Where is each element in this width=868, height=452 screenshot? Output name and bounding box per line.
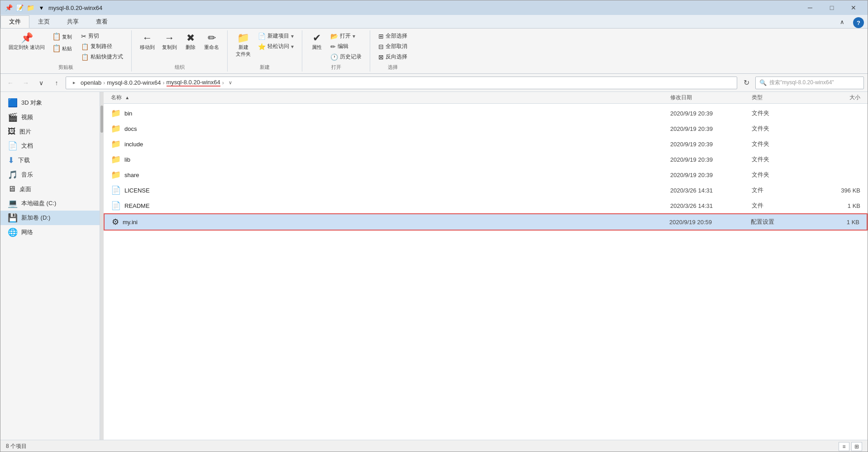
rename-button[interactable]: ✏ 重命名 — [201, 31, 222, 53]
open-icon: 📂 — [330, 33, 338, 40]
copy-path-icon: 📋 — [81, 43, 89, 50]
file-type-share: 文件夹 — [752, 171, 815, 179]
sidebar-scrollbar[interactable] — [100, 92, 104, 440]
sort-arrow-icon: ▲ — [125, 95, 129, 100]
paste-shortcut-label: 粘贴快捷方式 — [91, 53, 123, 61]
sidebar-item-new-volume-d[interactable]: 💾 新加卷 (D:) — [0, 211, 100, 225]
close-button[interactable]: ✕ — [843, 0, 864, 15]
sidebar-item-local-disk-c[interactable]: 💻 本地磁盘 (C:) — [0, 196, 100, 211]
col-header-name[interactable]: 名称 ▲ — [111, 94, 670, 101]
file-size-myini: 1 KB — [814, 219, 859, 226]
maximize-button[interactable]: □ — [821, 0, 842, 15]
back-button[interactable]: ← — [4, 77, 17, 89]
copy-path-button[interactable]: 📋 复制路径 — [78, 42, 126, 51]
open-label: 打开 — [340, 32, 351, 40]
sidebar-item-3d[interactable]: 🟦 3D 对象 — [0, 96, 100, 110]
sidebar-label-network: 网络 — [21, 228, 33, 236]
paste-shortcut-button[interactable]: 📋 粘贴快捷方式 — [78, 52, 126, 62]
col-header-date[interactable]: 修改日期 — [670, 94, 752, 101]
file-row-license[interactable]: 📄 LICENSE 2020/3/26 14:31 文件 396 KB — [104, 183, 868, 198]
sidebar-scroll-thumb[interactable] — [100, 106, 103, 133]
up-button[interactable]: ↑ — [50, 77, 63, 89]
select-none-button[interactable]: ⊟ 全部取消 — [376, 42, 410, 51]
edit-button[interactable]: ✏ 编辑 — [328, 42, 364, 51]
downloads-icon: ⬇ — [8, 155, 14, 165]
file-type-include: 文件夹 — [752, 140, 815, 148]
forward-button[interactable]: → — [19, 77, 32, 89]
edit-label: 编辑 — [338, 43, 348, 50]
file-type-license: 文件 — [752, 186, 815, 194]
pin-to-quick-access-button[interactable]: 📌 固定到快 速访问 — [6, 31, 48, 53]
select-all-icon: ⊞ — [378, 33, 384, 40]
status-bar: 8 个项目 ≡ ⊞ — [0, 440, 868, 452]
paste-label: 粘贴 — [62, 45, 72, 52]
properties-button[interactable]: ✔ 属性 — [308, 31, 326, 53]
view-controls: ≡ ⊞ — [839, 442, 862, 451]
cut-button[interactable]: ✂ 剪切 — [78, 31, 126, 41]
breadcrumb-mysql-current: mysql-8.0.20-winx64 — [167, 79, 220, 87]
new-item-label: 新建项目 — [267, 32, 289, 40]
minimize-button[interactable]: ─ — [800, 0, 820, 15]
move-to-button[interactable]: ← 移动到 — [137, 31, 157, 53]
file-row-share[interactable]: 📁 share 2020/9/19 20:39 文件夹 — [104, 167, 868, 183]
file-area: 名称 ▲ 修改日期 类型 大小 📁 bin 2020/9/19 20:39 文件… — [104, 92, 868, 440]
select-none-icon: ⊟ — [378, 43, 384, 50]
tab-file[interactable]: 文件 — [0, 15, 29, 28]
dropdown-nav-button[interactable]: ∨ — [35, 77, 48, 89]
grid-view-button[interactable]: ⊞ — [851, 442, 862, 451]
new-item-button[interactable]: 📄 新建项目 ▾ — [255, 31, 296, 41]
list-view-button[interactable]: ≡ — [839, 442, 849, 451]
sidebar-item-music[interactable]: 🎵 音乐 — [0, 168, 100, 182]
col-header-size[interactable]: 大小 — [815, 94, 860, 101]
tab-view[interactable]: 查看 — [87, 15, 116, 28]
ribbon-group-new: 📁 新建文件夹 📄 新建项目 ▾ ⭐ 轻松访问 ▾ 新建 — [228, 30, 302, 72]
address-box[interactable]: ▸ openlab › mysql-8.0.20-winx64 › mysql-… — [66, 77, 737, 89]
collapse-ribbon-button[interactable]: ∧ — [831, 15, 853, 28]
copy-to-label: 复制到 — [162, 44, 177, 51]
invert-label: 反向选择 — [386, 53, 407, 61]
pictures-icon: 🖼 — [8, 127, 16, 136]
paste-button[interactable]: 📋 粘贴 — [49, 43, 76, 54]
file-row-bin[interactable]: 📁 bin 2020/9/19 20:39 文件夹 — [104, 106, 868, 121]
new-folder-icon: 📁 — [237, 33, 249, 43]
file-list-header: 名称 ▲ 修改日期 类型 大小 — [104, 92, 868, 104]
copy-to-button[interactable]: → 复制到 — [159, 31, 180, 53]
file-date-readme: 2020/3/26 14:31 — [670, 202, 752, 209]
delete-icon: ✖ — [186, 33, 195, 43]
search-box[interactable]: 🔍 搜索"mysql-8.0.20-winx64" — [755, 77, 864, 89]
col-header-type[interactable]: 类型 — [752, 94, 815, 101]
history-button[interactable]: 🕐 历史记录 — [328, 52, 364, 62]
dropdown-arrow-icon[interactable]: ▾ — [37, 3, 46, 12]
sidebar-item-network[interactable]: 🌐 网络 — [0, 225, 100, 240]
open-button[interactable]: 📂 打开 ▾ — [328, 31, 364, 41]
sidebar-item-downloads[interactable]: ⬇ 下载 — [0, 153, 100, 168]
sidebar-label-video: 视频 — [21, 113, 33, 121]
sidebar-label-3d: 3D 对象 — [21, 99, 42, 107]
sidebar-item-video[interactable]: 🎬 视频 — [0, 110, 100, 125]
file-row-lib[interactable]: 📁 lib 2020/9/19 20:39 文件夹 — [104, 152, 868, 167]
new-folder-button[interactable]: 📁 新建文件夹 — [233, 31, 253, 59]
file-date-docs: 2020/9/19 20:39 — [670, 125, 752, 132]
copy-path-label: 复制路径 — [91, 43, 112, 50]
select-all-button[interactable]: ⊞ 全部选择 — [376, 31, 410, 41]
tab-share[interactable]: 共享 — [58, 15, 87, 28]
sidebar-item-desktop[interactable]: 🖥 桌面 — [0, 182, 100, 196]
file-row-include[interactable]: 📁 include 2020/9/19 20:39 文件夹 — [104, 136, 868, 152]
sidebar-item-documents[interactable]: 📄 文档 — [0, 139, 100, 153]
easy-access-button[interactable]: ⭐ 轻松访问 ▾ — [255, 42, 296, 51]
address-expand-arrow[interactable]: ∨ — [226, 77, 235, 89]
refresh-button[interactable]: ↻ — [740, 77, 753, 89]
sidebar-label-pictures: 图片 — [19, 128, 31, 136]
help-button[interactable]: ? — [853, 17, 864, 28]
delete-button[interactable]: ✖ 删除 — [181, 31, 200, 53]
file-row-docs[interactable]: 📁 docs 2020/9/19 20:39 文件夹 — [104, 121, 868, 136]
file-row-readme[interactable]: 📄 README 2020/3/26 14:31 文件 1 KB — [104, 198, 868, 213]
invert-selection-button[interactable]: ⊠ 反向选择 — [376, 52, 410, 62]
copy-button[interactable]: 📋 复制 — [49, 31, 76, 42]
file-size-license: 396 KB — [815, 187, 860, 194]
tab-home[interactable]: 主页 — [29, 15, 58, 28]
file-icon-myini: ⚙ — [112, 217, 119, 227]
file-row-myini[interactable]: ⚙ my.ini 2020/9/19 20:59 配置设置 1 KB — [104, 213, 868, 231]
sidebar-item-pictures[interactable]: 🖼 图片 — [0, 125, 100, 139]
address-dropdown-icon[interactable]: ▸ — [70, 77, 79, 89]
